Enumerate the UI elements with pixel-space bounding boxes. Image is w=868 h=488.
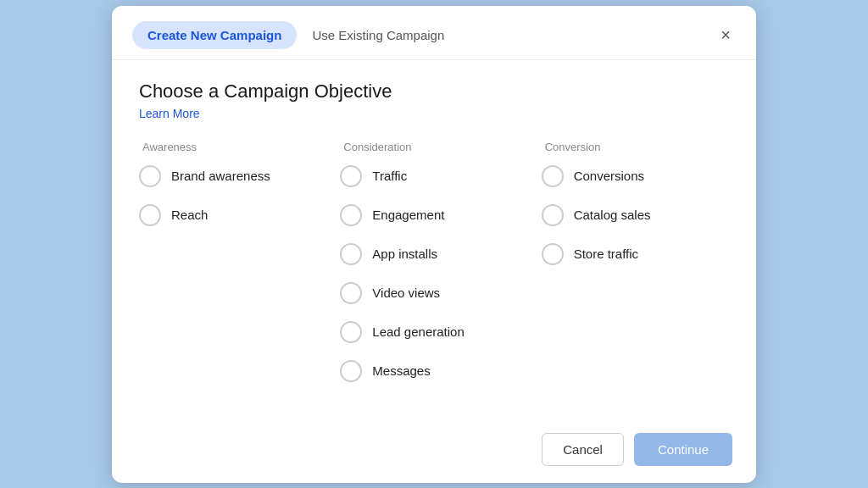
continue-button[interactable]: Continue (634, 433, 732, 466)
awareness-header: Awareness (139, 141, 326, 153)
awareness-column: Awareness Brand awareness Reach (139, 141, 326, 399)
label-lead-generation: Lead generation (372, 324, 464, 339)
consideration-header: Consideration (340, 141, 527, 153)
label-reach: Reach (171, 208, 208, 222)
radio-brand-awareness (139, 165, 161, 187)
option-brand-awareness[interactable]: Brand awareness (139, 165, 326, 187)
radio-traffic (340, 165, 362, 187)
label-video-views: Video views (372, 286, 440, 300)
radio-app-installs (340, 243, 362, 265)
tab-create-new-campaign[interactable]: Create New Campaign (132, 21, 297, 49)
modal: Create New Campaign Use Existing Campaig… (112, 6, 756, 483)
label-store-traffic: Store traffic (574, 247, 638, 261)
label-engagement: Engagement (372, 208, 444, 222)
radio-video-views (340, 282, 362, 304)
radio-messages (340, 360, 362, 382)
radio-conversions (542, 165, 564, 187)
objectives-grid: Awareness Brand awareness Reach Consider… (139, 141, 729, 399)
conversion-column: Conversion Conversions Catalog sales Sto… (542, 141, 729, 399)
consideration-column: Consideration Traffic Engagement App ins… (340, 141, 527, 399)
option-engagement[interactable]: Engagement (340, 204, 527, 226)
option-store-traffic[interactable]: Store traffic (542, 243, 729, 265)
option-video-views[interactable]: Video views (340, 282, 527, 304)
radio-lead-generation (340, 321, 362, 343)
option-lead-generation[interactable]: Lead generation (340, 321, 527, 343)
option-messages[interactable]: Messages (340, 360, 527, 382)
option-traffic[interactable]: Traffic (340, 165, 527, 187)
modal-footer: Cancel Continue (112, 419, 756, 483)
option-app-installs[interactable]: App installs (340, 243, 527, 265)
label-traffic: Traffic (372, 169, 407, 183)
modal-body: Choose a Campaign Objective Learn More A… (112, 60, 756, 413)
label-brand-awareness: Brand awareness (171, 169, 270, 183)
modal-header: Create New Campaign Use Existing Campaig… (112, 6, 756, 60)
learn-more-link[interactable]: Learn More (139, 107, 200, 120)
option-conversions[interactable]: Conversions (542, 165, 729, 187)
tab-use-existing-campaign[interactable]: Use Existing Campaign (297, 21, 459, 49)
option-reach[interactable]: Reach (139, 204, 326, 226)
modal-title: Choose a Campaign Objective (139, 80, 729, 103)
label-catalog-sales: Catalog sales (574, 208, 651, 222)
label-messages: Messages (372, 363, 430, 378)
radio-reach (139, 204, 161, 226)
conversion-header: Conversion (542, 141, 729, 153)
radio-catalog-sales (542, 204, 564, 226)
cancel-button[interactable]: Cancel (542, 433, 624, 466)
radio-store-traffic (542, 243, 564, 265)
close-button[interactable]: × (715, 23, 736, 47)
radio-engagement (340, 204, 362, 226)
label-app-installs: App installs (372, 247, 437, 261)
option-catalog-sales[interactable]: Catalog sales (542, 204, 729, 226)
label-conversions: Conversions (574, 169, 644, 183)
